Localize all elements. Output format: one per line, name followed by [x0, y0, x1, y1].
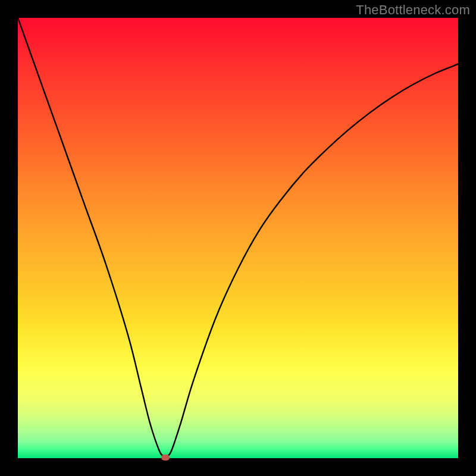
- watermark-label: TheBottleneck.com: [356, 2, 470, 18]
- bottleneck-curve: [18, 18, 458, 458]
- optimal-point-marker: [161, 455, 170, 461]
- plot-area: [18, 18, 458, 458]
- chart-frame: TheBottleneck.com: [0, 0, 476, 476]
